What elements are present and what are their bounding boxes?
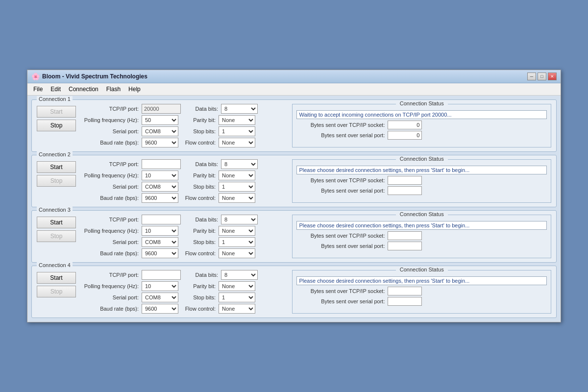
connection-label-3: Connection 3 [37,207,73,213]
connection-group-4: Connection 4 Start Stop TCP/IP port: Dat… [31,266,557,318]
polling-select-4[interactable]: 1050100 [142,281,178,291]
baud-rate-row-3: Baud rate (bps): 96001920038400576001152… [80,248,288,258]
status-message-2: Please choose desired connection setting… [296,166,547,174]
start-button-2[interactable]: Start [37,161,76,173]
tcp-port-input-3[interactable] [142,215,181,224]
start-button-4[interactable]: Start [37,272,76,284]
tcp-port-input-2[interactable] [142,159,181,169]
menu-file[interactable]: File [29,84,47,94]
bytes-tcp-value-2[interactable] [388,176,422,185]
close-button[interactable]: ✕ [548,73,557,80]
stop-bits-select-1[interactable]: 12 [219,126,255,136]
menu-connection[interactable]: Connection [65,84,102,94]
window-title: Bloom - Vivid Spectrum Technologies [42,73,147,80]
stop-bits-select-4[interactable]: 12 [219,293,255,302]
parity-select-1[interactable]: NoneOddEven [219,115,255,125]
fields-area-1: TCP/IP port: Data bits: 78 Polling frequ… [80,104,288,147]
parity-label-4: Parity bit: [181,283,216,289]
menu-flash[interactable]: Flash [102,84,124,94]
menu-edit[interactable]: Edit [47,84,65,94]
bytes-serial-value-2[interactable] [388,186,422,195]
stop-bits-select-3[interactable]: 12 [219,237,255,247]
stop-button-2[interactable]: Stop [37,175,76,187]
parity-select-3[interactable]: NoneOddEven [219,226,255,236]
polling-row-2: Polling frequency (Hz): 1050100 Parity b… [80,171,288,180]
baud-rate-select-4[interactable]: 9600192003840057600115200 [142,304,178,314]
status-message-1: Waiting to accept incoming connections o… [296,110,547,119]
main-content: Connection 1 Start Stop TCP/IP port: Dat… [27,96,561,322]
status-title-4: Connection Status [396,267,448,272]
baud-rate-label-1: Baud rate (bps): [80,140,139,146]
button-col-3: Start Stop [37,217,76,258]
tcp-port-label-3: TCP/IP port: [80,217,139,222]
stop-bits-select-2[interactable]: 12 [219,182,255,192]
flow-control-select-2[interactable]: NoneXON/XOFFRTS/CTS [219,193,255,203]
flow-control-select-3[interactable]: NoneXON/XOFFRTS/CTS [219,248,255,258]
bytes-serial-label-3: Bytes sent over serial port: [296,243,385,249]
serial-port-row-4: Serial port: COM8 Stop bits: 12 [80,293,288,302]
bytes-tcp-value-1 [388,121,422,129]
flow-control-select-1[interactable]: NoneXON/XOFFRTS/CTS [219,138,255,147]
polling-label-1: Polling frequency (Hz): [80,117,139,123]
baud-rate-label-3: Baud rate (bps): [80,250,139,256]
serial-port-row-2: Serial port: COM8 Stop bits: 12 [80,182,288,192]
connection-label-2: Connection 2 [37,151,73,157]
baud-rate-select-3[interactable]: 9600192003840057600115200 [142,248,178,258]
minimize-button[interactable]: ─ [527,73,536,80]
menu-help[interactable]: Help [124,84,145,94]
serial-port-select-3[interactable]: COM8 [142,237,178,247]
baud-rate-row-2: Baud rate (bps): 96001920038400576001152… [80,193,288,203]
flow-control-label-3: Flow control: [181,250,216,256]
bytes-tcp-row-2: Bytes sent over TCP/IP socket: [296,176,547,185]
bytes-serial-row-4: Bytes sent over serial port: [296,297,547,306]
stop-bits-label-2: Stop bits: [181,184,216,190]
polling-select-1[interactable]: 1050100 [142,115,178,125]
status-title-2: Connection Status [396,156,448,162]
connection-main-row-3: Start Stop TCP/IP port: Data bits: 78 Po… [37,215,551,258]
bytes-tcp-value-4[interactable] [388,287,422,295]
status-area-1: Connection Status Waiting to accept inco… [292,104,551,147]
baud-rate-select-2[interactable]: 9600192003840057600115200 [142,193,178,203]
data-bits-label-3: Data bits: [184,217,218,222]
baud-rate-label-4: Baud rate (bps): [80,306,139,312]
data-bits-select-4[interactable]: 78 [221,270,258,280]
bytes-serial-value-4[interactable] [388,297,422,306]
bytes-tcp-value-3[interactable] [388,231,422,240]
tcp-port-row-3: TCP/IP port: Data bits: 78 [80,215,288,224]
status-message-4: Please choose desired connection setting… [296,276,547,285]
serial-port-select-1[interactable]: COM8 [142,126,178,136]
button-col-1: Start Stop [37,106,76,147]
flow-control-select-4[interactable]: NoneXON/XOFFRTS/CTS [219,304,255,314]
start-button-3[interactable]: Start [37,217,76,228]
data-bits-label-4: Data bits: [184,272,218,278]
stop-button-3[interactable]: Stop [37,230,76,242]
parity-select-4[interactable]: NoneOddEven [219,281,255,291]
serial-port-label-4: Serial port: [80,294,139,300]
stop-button-4[interactable]: Stop [37,286,76,297]
polling-select-3[interactable]: 1050100 [142,226,178,236]
fields-area-3: TCP/IP port: Data bits: 78 Polling frequ… [80,215,288,258]
tcp-port-label-1: TCP/IP port: [80,106,139,112]
data-bits-select-3[interactable]: 78 [221,215,258,224]
tcp-port-input-1[interactable] [142,104,181,114]
parity-select-2[interactable]: NoneOddEven [219,171,255,180]
start-button-1[interactable]: Start [37,106,76,118]
serial-port-select-4[interactable]: COM8 [142,293,178,302]
bytes-serial-value-3[interactable] [388,242,422,250]
data-bits-select-1[interactable]: 78 [221,104,258,114]
serial-port-select-2[interactable]: COM8 [142,182,178,192]
connection-label-4: Connection 4 [37,262,73,268]
maximize-button[interactable]: □ [538,73,546,80]
fields-area-2: TCP/IP port: Data bits: 78 Polling frequ… [80,159,288,203]
title-bar: 🌸 Bloom - Vivid Spectrum Technologies ─ … [27,70,561,83]
baud-rate-select-1[interactable]: 9600192003840057600115200 [142,138,178,147]
tcp-port-label-4: TCP/IP port: [80,272,139,278]
bytes-tcp-label-4: Bytes sent over TCP/IP socket: [296,288,385,294]
stop-bits-label-4: Stop bits: [181,294,216,300]
baud-rate-label-2: Baud rate (bps): [80,195,139,201]
polling-select-2[interactable]: 1050100 [142,171,178,180]
tcp-port-input-4[interactable] [142,270,181,280]
data-bits-select-2[interactable]: 78 [221,159,258,169]
stop-button-1[interactable]: Stop [37,120,76,131]
tcp-port-row-1: TCP/IP port: Data bits: 78 [80,104,288,114]
